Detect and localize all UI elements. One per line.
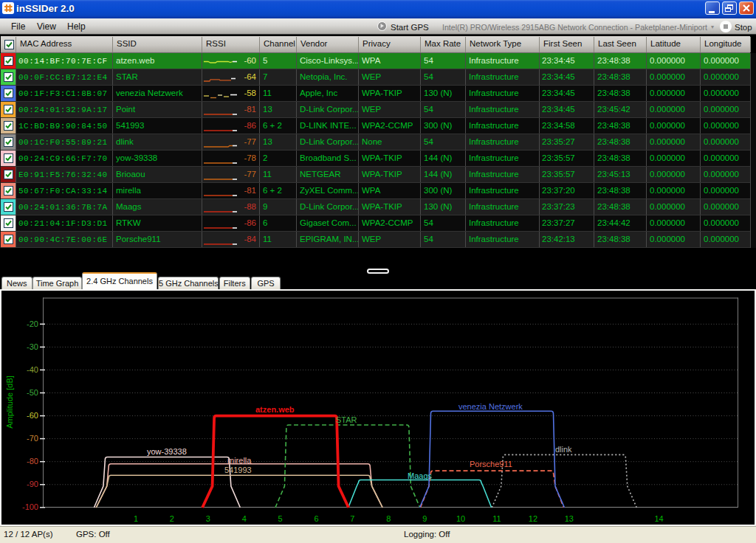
svg-text:Porsche911: Porsche911 (470, 460, 512, 468)
svg-text:6: 6 (314, 514, 318, 523)
svg-text:-70: -70 (27, 434, 38, 443)
svg-text:-90: -90 (27, 480, 38, 488)
svg-text:-80: -80 (27, 457, 38, 466)
svg-text:5: 5 (278, 514, 283, 523)
svg-text:14: 14 (654, 514, 663, 523)
svg-text:541993: 541993 (224, 466, 252, 474)
svg-text:-30: -30 (27, 342, 38, 351)
svg-text:2: 2 (170, 514, 174, 523)
svg-text:STAR: STAR (336, 415, 357, 424)
svg-text:mirella: mirella (227, 456, 252, 465)
svg-text:-100: -100 (22, 502, 38, 511)
svg-text:4: 4 (242, 514, 247, 523)
svg-text:1: 1 (134, 514, 138, 523)
svg-text:Amplitude [dB]: Amplitude [dB] (5, 376, 14, 429)
svg-text:7: 7 (350, 514, 354, 523)
svg-text:atzen.web: atzen.web (255, 405, 295, 414)
svg-text:-40: -40 (27, 365, 38, 374)
svg-text:3: 3 (206, 514, 210, 523)
svg-text:Maags: Maags (408, 471, 433, 480)
svg-text:venezia Netzwerk: venezia Netzwerk (458, 402, 523, 411)
svg-text:13: 13 (565, 514, 574, 523)
svg-text:8: 8 (386, 514, 391, 523)
svg-text:11: 11 (492, 514, 501, 523)
svg-text:12: 12 (529, 514, 537, 523)
svg-text:10: 10 (456, 514, 465, 523)
svg-text:-50: -50 (27, 388, 38, 397)
svg-text:yow-39338: yow-39338 (147, 447, 187, 456)
svg-text:-60: -60 (27, 411, 38, 420)
svg-text:-20: -20 (27, 319, 38, 328)
svg-text:dlink: dlink (555, 445, 572, 454)
svg-text:9: 9 (422, 514, 427, 523)
